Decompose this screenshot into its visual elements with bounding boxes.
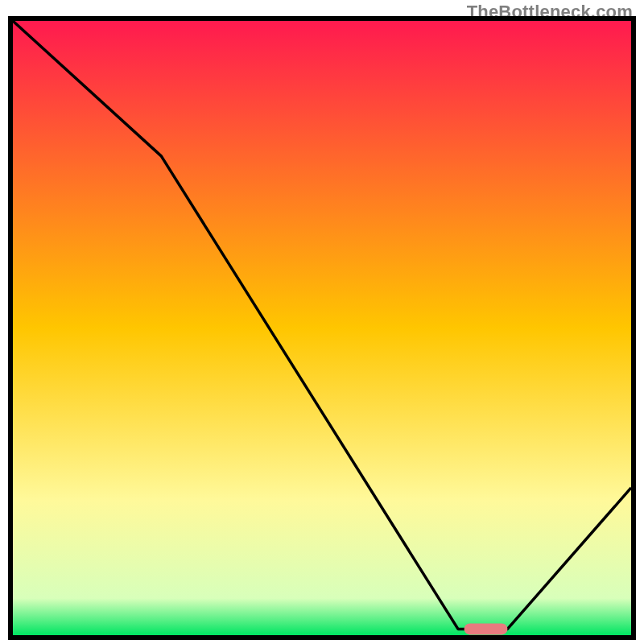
chart-container: TheBottleneck.com [0,0,644,644]
plot-area [13,21,631,635]
bottleneck-chart [8,16,636,640]
gradient-background [13,21,631,635]
optimal-range-marker [464,623,508,634]
